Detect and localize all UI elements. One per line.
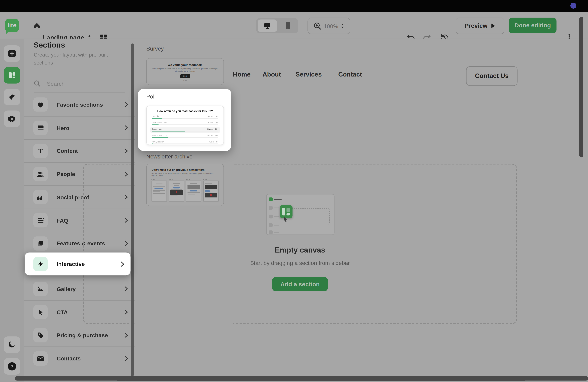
add-section-button[interactable]: Add a section	[272, 277, 328, 291]
empty-canvas-title: Empty canvas	[233, 246, 367, 254]
play-icon	[491, 23, 495, 28]
people-icon	[33, 167, 48, 181]
gear-icon	[8, 114, 17, 123]
search-icon	[34, 80, 41, 87]
poll-option-row: Rarely or never0 votes • 0%	[150, 140, 220, 145]
newsletter-card-body: Use this space to add more details about…	[152, 172, 219, 176]
device-toggle	[256, 18, 298, 33]
zoom-control[interactable]: 100%	[308, 18, 350, 34]
envelope-icon	[33, 351, 48, 365]
category-pricing-purchase[interactable]: Pricing & purchase	[24, 324, 135, 347]
sidebar-scrollbar[interactable]	[131, 43, 134, 376]
chevron-right-icon	[125, 125, 128, 130]
poll-option-row: A few times a month25 votes • 25%	[150, 134, 220, 139]
survey-pager: 1 of 5	[147, 80, 223, 81]
newsletter-archive-card[interactable]: Don't miss out on previous newsletters U…	[146, 164, 224, 206]
panel-title: Sections	[34, 41, 65, 49]
desktop-icon	[258, 19, 277, 32]
chevron-right-icon	[125, 356, 128, 361]
survey-group-label: Survey	[146, 45, 164, 52]
category-interactive[interactable]: Interactive	[25, 252, 131, 275]
search-input[interactable]	[46, 80, 111, 87]
preview-button[interactable]: Preview	[456, 18, 504, 34]
chevron-right-icon	[125, 333, 128, 338]
chevron-right-icon	[125, 102, 128, 107]
category-hero[interactable]: Hero	[24, 116, 135, 139]
gallery-icon	[33, 282, 48, 296]
settings-tool-button[interactable]	[4, 111, 21, 127]
plus-icon	[8, 49, 17, 58]
newsletter-thumbnail	[186, 179, 201, 202]
empty-canvas-subtitle: Start by dragging a section from sidebar	[233, 260, 367, 266]
survey-card-body: Help us improve our new product line by …	[152, 68, 218, 73]
preview-label: Preview	[465, 22, 487, 29]
window-title-strip	[0, 0, 588, 12]
mobile-icon	[285, 22, 290, 30]
survey-next-button: Next	[180, 74, 190, 78]
poll-section-card[interactable]: How often do you read books for leisure?…	[146, 106, 224, 145]
styles-tool-button[interactable]	[4, 89, 21, 105]
contact-us-label: Contact Us	[475, 72, 509, 80]
cursor-icon	[33, 305, 48, 319]
done-editing-label: Done editing	[515, 22, 551, 29]
chevron-right-icon	[125, 148, 128, 153]
faq-lines-icon	[33, 213, 48, 227]
tool-rail: ?	[0, 38, 24, 382]
poll-group-label: Poll	[146, 93, 156, 100]
svg-text:?: ?	[11, 364, 14, 369]
poll-option-row: Every day15 votes • 15%	[150, 114, 220, 120]
home-icon[interactable]	[33, 22, 41, 29]
add-section-label: Add a section	[280, 281, 320, 287]
quote-icon	[33, 190, 48, 204]
paintbrush-icon	[8, 93, 17, 101]
newsletter-thumbnail	[169, 179, 184, 202]
site-nav-contact[interactable]: Contact	[338, 71, 362, 78]
dark-mode-button[interactable]	[4, 336, 21, 353]
newsletter-thumbnails	[152, 179, 224, 202]
contact-us-button[interactable]: Contact Us	[466, 66, 518, 86]
lightning-icon	[33, 257, 48, 271]
heart-icon	[33, 97, 48, 112]
newsletter-group-label: Newsletter archive	[146, 153, 192, 160]
category-content[interactable]: T Content	[24, 139, 135, 162]
survey-card-heading: We value your feedback.	[147, 63, 223, 67]
panel-subtitle: Create your layout with pre-built sectio…	[34, 51, 120, 67]
tag-icon	[33, 328, 48, 342]
category-contacts[interactable]: Contacts	[24, 347, 135, 370]
site-nav-about[interactable]: About	[263, 71, 281, 78]
editor-toolbar: lite Landing page 100%	[0, 12, 588, 39]
question-icon: ?	[7, 362, 17, 371]
poll-option-row: A few times a week10 votes • 10%	[150, 121, 220, 126]
newsletter-thumbnail	[152, 179, 167, 202]
sections-tool-button[interactable]	[4, 67, 21, 84]
zoom-stepper-caret-icon	[340, 23, 344, 29]
zoom-value: 100%	[324, 22, 338, 29]
chevron-right-icon	[121, 261, 124, 267]
site-nav-home[interactable]: Home	[233, 71, 251, 78]
poll-option-row-selected: Once a week50 votes • 50%	[150, 127, 220, 133]
survey-section-card[interactable]: We value your feedback. Help us improve …	[146, 58, 224, 85]
newsletter-card-heading: Don't miss out on previous newsletters	[152, 168, 224, 172]
poll-question: How often do you read books for leisure?	[147, 110, 223, 113]
cursor-arrow-icon	[283, 216, 289, 223]
poll-section-spotlight[interactable]: Poll How often do you read books for lei…	[138, 89, 231, 151]
done-editing-button[interactable]: Done editing	[509, 18, 556, 33]
sections-icon	[8, 71, 16, 79]
device-mobile-button[interactable]	[279, 19, 297, 32]
layers-icon	[33, 236, 48, 250]
svg-text:T: T	[38, 148, 42, 154]
device-desktop-button[interactable]	[258, 19, 277, 32]
text-icon: T	[33, 144, 48, 158]
horizontal-scrollbar[interactable]	[15, 376, 588, 381]
help-button[interactable]: ?	[4, 358, 21, 375]
category-favorite-sections[interactable]: Favorite sections	[24, 93, 135, 116]
moon-icon	[8, 340, 17, 349]
site-nav-services[interactable]: Services	[295, 71, 322, 78]
recording-indicator-dot	[570, 3, 576, 9]
add-block-button[interactable]	[4, 45, 21, 62]
hero-icon	[33, 121, 48, 135]
vertical-scrollbar[interactable]	[579, 17, 583, 157]
newsletter-thumbnail	[203, 179, 219, 202]
app-logo[interactable]: lite	[5, 19, 19, 32]
editor-canvas: Home About Services Contact Contact Us E…	[233, 38, 588, 382]
